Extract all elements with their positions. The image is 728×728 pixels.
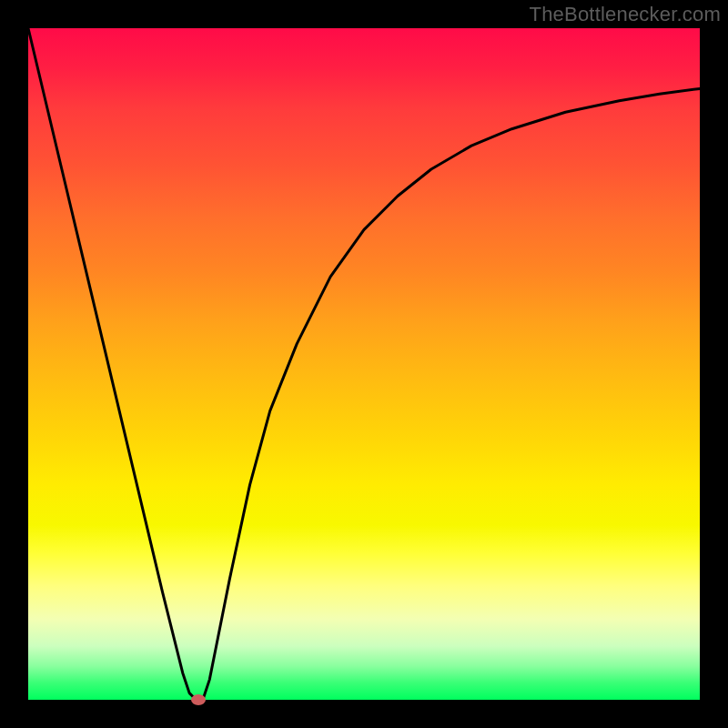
chart-frame: TheBottlenecker.com bbox=[0, 0, 728, 728]
watermark-text: TheBottlenecker.com bbox=[530, 3, 721, 26]
optimal-point-marker bbox=[191, 694, 206, 705]
plot-area bbox=[28, 28, 700, 700]
bottleneck-curve bbox=[28, 28, 700, 700]
